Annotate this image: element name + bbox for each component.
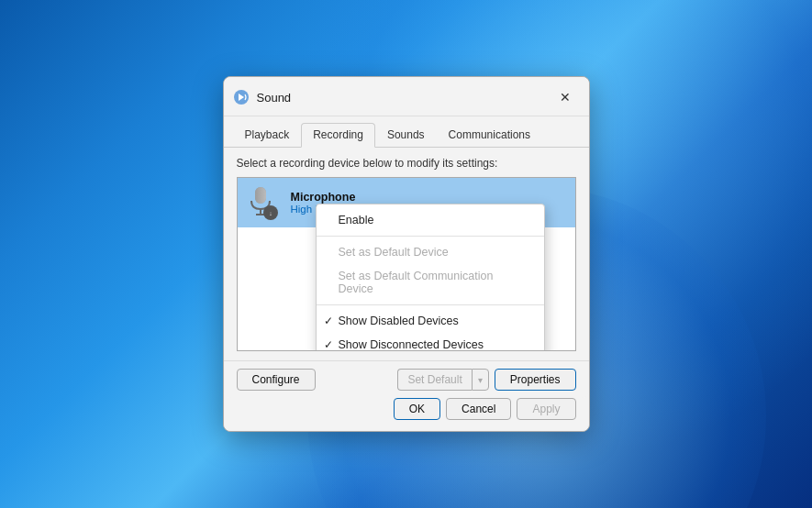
tab-communications[interactable]: Communications [437, 123, 542, 148]
context-menu: Enable Set as Default Device Set as Defa… [316, 204, 545, 351]
devices-list[interactable]: ↓ Microphone High Definition Audio Devic… [237, 177, 576, 351]
ctx-enable[interactable]: Enable [317, 208, 544, 232]
ok-cancel-row: OK Cancel Apply [224, 398, 589, 431]
tab-playback[interactable]: Playback [233, 123, 302, 148]
apply-button[interactable]: Apply [517, 398, 575, 420]
ctx-set-default-comm: Set as Default Communication Device [317, 264, 544, 301]
properties-button[interactable]: Properties [495, 369, 576, 391]
dialog-overlay: Sound ✕ Playback Recording Sounds Commun… [0, 0, 812, 508]
default-badge: ↓ [263, 205, 278, 220]
device-icon-wrap: ↓ [247, 185, 282, 220]
dialog-title: Sound [257, 91, 292, 105]
cancel-button[interactable]: Cancel [446, 398, 511, 420]
tab-recording[interactable]: Recording [301, 123, 375, 148]
svg-rect-3 [255, 187, 266, 204]
check-show-disconnected: ✓ [324, 338, 333, 351]
set-default-group: Set Default ▾ [397, 369, 488, 391]
ctx-show-disconnected[interactable]: ✓ Show Disconnected Devices [317, 333, 544, 351]
set-default-button[interactable]: Set Default [397, 369, 471, 391]
sound-app-icon [233, 89, 250, 105]
tab-bar: Playback Recording Sounds Communications [224, 116, 589, 148]
check-show-disabled: ✓ [324, 315, 333, 327]
configure-button[interactable]: Configure [237, 369, 316, 391]
dialog-title-group: Sound [233, 89, 292, 105]
ctx-sep-1 [317, 236, 544, 237]
dialog-titlebar: Sound ✕ [224, 77, 589, 116]
footer-right: Set Default ▾ Properties [397, 369, 575, 391]
ctx-show-disabled[interactable]: ✓ Show Disabled Devices [317, 309, 544, 333]
ctx-set-default: Set as Default Device [317, 240, 544, 264]
tab-sounds[interactable]: Sounds [375, 123, 437, 148]
device-name: Microphone [291, 191, 566, 204]
footer-left: Configure [237, 369, 316, 391]
svg-text:↓: ↓ [269, 210, 273, 216]
ok-button[interactable]: OK [394, 398, 440, 420]
dialog-footer: Configure Set Default ▾ Properties [224, 360, 589, 398]
sound-dialog: Sound ✕ Playback Recording Sounds Commun… [223, 76, 590, 432]
dialog-body: Select a recording device below to modif… [224, 148, 589, 360]
close-button[interactable]: ✕ [554, 86, 576, 108]
set-default-arrow[interactable]: ▾ [472, 369, 489, 391]
instruction-text: Select a recording device below to modif… [237, 157, 576, 170]
ctx-sep-2 [317, 304, 544, 305]
